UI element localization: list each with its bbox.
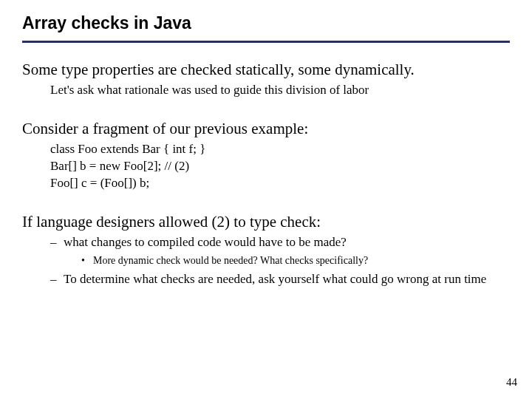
dash-icon: – [50, 234, 64, 251]
bullet-1: – what changes to compiled code would ha… [50, 234, 510, 251]
page-number: 44 [506, 376, 517, 389]
code-line-1: class Foo extends Bar { int f; } [50, 141, 510, 158]
dash-icon: – [50, 271, 64, 288]
section-3: If language designers allowed (2) to typ… [22, 213, 510, 288]
slide-title: Array checks in Java [22, 13, 510, 41]
section-2: Consider a fragment of our previous exam… [22, 120, 510, 192]
section-3-head: If language designers allowed (2) to typ… [22, 213, 510, 231]
bullet-dot-icon: • [81, 254, 93, 268]
code-block: class Foo extends Bar { int f; } Bar[] b… [50, 141, 510, 192]
section-1: Some type properties are checked statica… [22, 61, 510, 99]
bullet-1-text: what changes to compiled code would have… [64, 234, 510, 251]
code-line-3: Foo[] c = (Foo[]) b; [50, 175, 510, 192]
bullet-2: – To determine what checks are needed, a… [50, 271, 510, 288]
bullet-2-text: To determine what checks are needed, ask… [64, 271, 510, 288]
sub-bullet-1-text: More dynamic check would be needed? What… [93, 254, 510, 268]
section-2-head: Consider a fragment of our previous exam… [22, 120, 510, 138]
title-rule [22, 41, 510, 43]
sub-bullet-1: • More dynamic check would be needed? Wh… [81, 254, 510, 268]
section-1-sub: Let's ask what rationale was used to gui… [50, 82, 510, 99]
section-1-head: Some type properties are checked statica… [22, 61, 510, 79]
code-line-2: Bar[] b = new Foo[2]; // (2) [50, 158, 510, 175]
